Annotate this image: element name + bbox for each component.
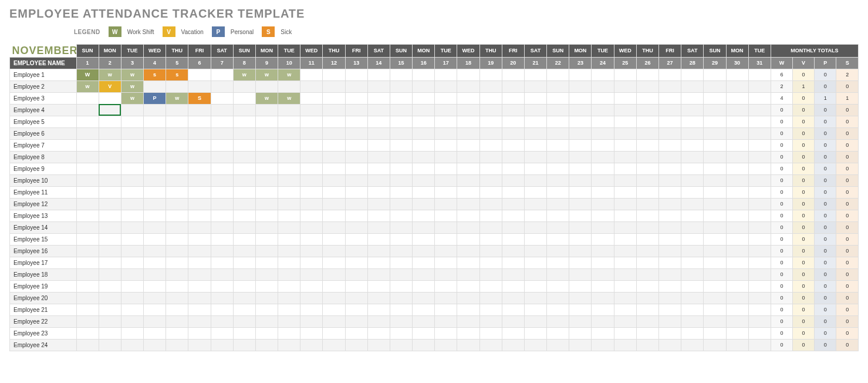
attendance-cell[interactable] <box>345 69 367 80</box>
attendance-cell[interactable] <box>367 304 390 315</box>
attendance-cell[interactable] <box>188 198 211 210</box>
attendance-cell[interactable] <box>614 210 636 221</box>
attendance-cell[interactable] <box>300 151 323 163</box>
attendance-cell[interactable] <box>323 257 345 268</box>
attendance-cell[interactable] <box>367 233 390 245</box>
attendance-cell[interactable] <box>658 315 681 327</box>
attendance-cell[interactable] <box>569 315 592 327</box>
attendance-cell[interactable] <box>323 186 345 198</box>
attendance-cell[interactable] <box>367 245 390 257</box>
attendance-cell[interactable]: w <box>99 69 121 80</box>
attendance-cell[interactable] <box>144 151 166 163</box>
attendance-cell[interactable]: w <box>278 69 300 80</box>
attendance-cell[interactable] <box>413 198 435 210</box>
attendance-cell[interactable] <box>323 233 345 245</box>
attendance-cell[interactable] <box>121 292 143 304</box>
attendance-cell[interactable] <box>547 280 569 292</box>
attendance-cell[interactable]: w <box>255 69 278 80</box>
attendance-cell[interactable] <box>188 69 211 80</box>
attendance-cell[interactable] <box>166 80 188 92</box>
attendance-cell[interactable] <box>457 327 479 339</box>
attendance-cell[interactable] <box>592 92 614 104</box>
attendance-cell[interactable] <box>300 174 323 186</box>
attendance-cell[interactable] <box>211 186 233 198</box>
attendance-cell[interactable] <box>547 104 569 116</box>
attendance-cell[interactable] <box>479 174 502 186</box>
attendance-cell[interactable] <box>479 280 502 292</box>
attendance-cell[interactable] <box>166 163 188 174</box>
attendance-cell[interactable] <box>457 69 479 80</box>
attendance-cell[interactable] <box>367 315 390 327</box>
attendance-cell[interactable]: w <box>121 80 143 92</box>
attendance-cell[interactable] <box>592 80 614 92</box>
attendance-cell[interactable] <box>300 280 323 292</box>
attendance-cell[interactable] <box>367 327 390 339</box>
attendance-cell[interactable] <box>479 339 502 351</box>
attendance-cell[interactable] <box>592 245 614 257</box>
attendance-cell[interactable] <box>547 116 569 127</box>
attendance-cell[interactable] <box>479 304 502 315</box>
attendance-cell[interactable] <box>233 304 255 315</box>
attendance-cell[interactable] <box>524 292 546 304</box>
attendance-cell[interactable] <box>502 186 524 198</box>
attendance-cell[interactable] <box>681 339 704 351</box>
attendance-cell[interactable] <box>255 186 278 198</box>
attendance-cell[interactable] <box>413 304 435 315</box>
attendance-cell[interactable] <box>255 174 278 186</box>
attendance-cell[interactable] <box>144 304 166 315</box>
attendance-cell[interactable] <box>502 139 524 151</box>
attendance-cell[interactable] <box>255 163 278 174</box>
attendance-cell[interactable] <box>367 186 390 198</box>
attendance-cell[interactable] <box>413 104 435 116</box>
attendance-cell[interactable] <box>502 315 524 327</box>
attendance-cell[interactable] <box>435 163 457 174</box>
attendance-cell[interactable] <box>569 80 592 92</box>
attendance-cell[interactable] <box>457 233 479 245</box>
employee-name-cell[interactable]: Employee 3 <box>10 92 77 104</box>
attendance-cell[interactable] <box>413 139 435 151</box>
attendance-cell[interactable] <box>345 315 367 327</box>
attendance-cell[interactable] <box>255 304 278 315</box>
attendance-cell[interactable] <box>636 104 658 116</box>
attendance-cell[interactable] <box>278 292 300 304</box>
attendance-cell[interactable] <box>457 221 479 233</box>
attendance-cell[interactable] <box>211 268 233 280</box>
attendance-cell[interactable] <box>188 257 211 268</box>
attendance-cell[interactable] <box>502 163 524 174</box>
attendance-cell[interactable] <box>502 174 524 186</box>
attendance-cell[interactable] <box>300 304 323 315</box>
attendance-cell[interactable] <box>569 327 592 339</box>
attendance-cell[interactable] <box>457 210 479 221</box>
attendance-cell[interactable] <box>435 92 457 104</box>
attendance-cell[interactable] <box>367 257 390 268</box>
attendance-cell[interactable] <box>211 198 233 210</box>
attendance-cell[interactable] <box>188 233 211 245</box>
attendance-cell[interactable] <box>502 69 524 80</box>
attendance-cell[interactable] <box>166 257 188 268</box>
attendance-cell[interactable] <box>681 127 704 139</box>
attendance-cell[interactable] <box>592 268 614 280</box>
attendance-cell[interactable] <box>278 151 300 163</box>
attendance-cell[interactable] <box>592 69 614 80</box>
attendance-cell[interactable] <box>636 80 658 92</box>
attendance-cell[interactable] <box>345 233 367 245</box>
attendance-cell[interactable] <box>569 292 592 304</box>
attendance-cell[interactable] <box>188 104 211 116</box>
attendance-cell[interactable] <box>413 233 435 245</box>
attendance-cell[interactable] <box>547 186 569 198</box>
attendance-cell[interactable] <box>76 280 99 292</box>
attendance-cell[interactable] <box>278 257 300 268</box>
attendance-cell[interactable] <box>323 80 345 92</box>
attendance-cell[interactable] <box>413 92 435 104</box>
attendance-cell[interactable] <box>614 80 636 92</box>
attendance-cell[interactable] <box>278 198 300 210</box>
attendance-cell[interactable] <box>547 69 569 80</box>
attendance-cell[interactable] <box>614 174 636 186</box>
attendance-cell[interactable]: S <box>188 92 211 104</box>
attendance-cell[interactable]: w <box>76 80 99 92</box>
attendance-cell[interactable] <box>99 163 121 174</box>
attendance-cell[interactable] <box>704 245 726 257</box>
attendance-cell[interactable] <box>502 304 524 315</box>
attendance-cell[interactable] <box>390 292 412 304</box>
attendance-cell[interactable] <box>636 127 658 139</box>
